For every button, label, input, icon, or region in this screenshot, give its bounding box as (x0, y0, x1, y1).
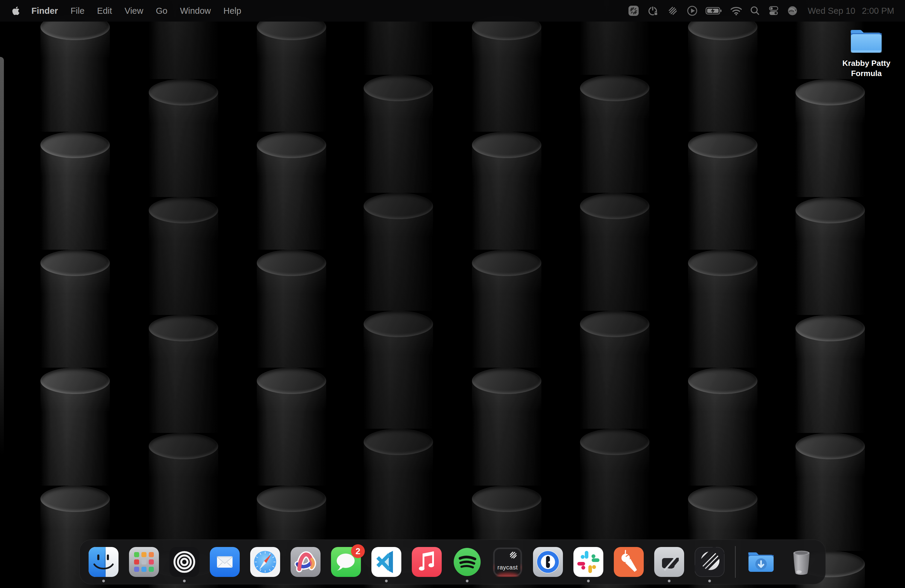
raycast-label: raycast (492, 564, 522, 571)
spotlight-search-icon[interactable] (750, 4, 761, 17)
dock-downloads-folder[interactable] (746, 547, 776, 577)
menu-file[interactable]: File (64, 6, 91, 16)
dock-1password-icon[interactable] (533, 547, 563, 577)
running-indicator (183, 580, 186, 582)
wallpaper-cylinder-column (795, 0, 865, 588)
dock-music-icon[interactable] (412, 547, 442, 577)
desktop-folder-krabby-patty[interactable]: Krabby Patty Formula (830, 25, 902, 78)
dock-postman-icon[interactable] (614, 547, 644, 577)
dock-divider (735, 546, 736, 578)
keystroke-burst-icon[interactable] (627, 4, 640, 17)
dock-finder-icon[interactable] (89, 547, 119, 577)
dock-raycast-icon[interactable]: raycast (492, 547, 522, 577)
menubar-time: 2:00 PM (862, 6, 894, 16)
wallpaper-edge-cylinder (0, 57, 4, 455)
dock-rings-app-icon[interactable] (169, 547, 199, 577)
dock-vscode-icon[interactable] (372, 547, 401, 577)
screen-lock-icon[interactable] (647, 4, 659, 17)
folder-icon (830, 25, 902, 55)
menubar-menus: FileEditViewGoWindowHelp (64, 0, 248, 22)
running-indicator (102, 580, 105, 582)
running-indicator (385, 580, 388, 582)
wifi-icon[interactable] (730, 4, 743, 17)
menu-view[interactable]: View (118, 6, 149, 16)
raycast-menu-icon[interactable] (667, 4, 679, 17)
messages-unread-badge: 2 (351, 544, 365, 558)
menu-go[interactable]: Go (150, 6, 174, 16)
menubar-status-area: Wed Sep 10 2:00 PM (627, 4, 894, 17)
wallpaper-cylinder-column (40, 0, 110, 588)
wallpaper-cylinder-column (364, 0, 433, 588)
running-indicator (708, 580, 711, 582)
menu-help[interactable]: Help (217, 6, 248, 16)
dock-mail-icon[interactable] (210, 547, 240, 577)
menu-bar: Finder FileEditViewGoWindowHelp (0, 0, 905, 22)
dock-messages-icon[interactable]: 2 (331, 547, 361, 577)
wallpaper-cylinder-column (257, 0, 326, 588)
menubar-app-name[interactable]: Finder (25, 0, 64, 22)
wallpaper-cylinder-column (472, 0, 541, 588)
dock-linear-icon[interactable] (695, 547, 724, 577)
dock-slack-icon[interactable] (573, 547, 603, 577)
running-indicator (587, 580, 590, 582)
menu-window[interactable]: Window (173, 6, 217, 16)
wallpaper-cylinder-column (580, 0, 649, 588)
siri-icon[interactable] (787, 4, 798, 17)
dock-zed-icon[interactable] (654, 547, 684, 577)
wallpaper-cylinder-column (688, 0, 757, 588)
running-indicator (668, 580, 671, 582)
menu-edit[interactable]: Edit (90, 6, 118, 16)
folder-label: Krabby Patty Formula (830, 58, 902, 78)
wallpaper-cylinder-column (149, 0, 218, 588)
apple-menu-icon[interactable] (12, 6, 21, 16)
dock-arc-icon[interactable] (291, 547, 321, 577)
running-indicator (466, 580, 468, 582)
dock-safari-icon[interactable] (250, 547, 280, 577)
dock-launchpad-icon[interactable] (129, 547, 159, 577)
control-center-icon[interactable] (768, 4, 780, 17)
battery-charging-icon[interactable] (705, 4, 723, 17)
now-playing-icon[interactable] (686, 4, 698, 17)
dock-trash-icon[interactable] (786, 547, 816, 577)
dock-spotify-icon[interactable] (452, 547, 482, 577)
desktop-wallpaper (0, 0, 905, 588)
menubar-clock[interactable]: Wed Sep 10 2:00 PM (808, 6, 894, 16)
dock: 2 (79, 539, 826, 585)
menubar-date: Wed Sep 10 (808, 6, 855, 16)
